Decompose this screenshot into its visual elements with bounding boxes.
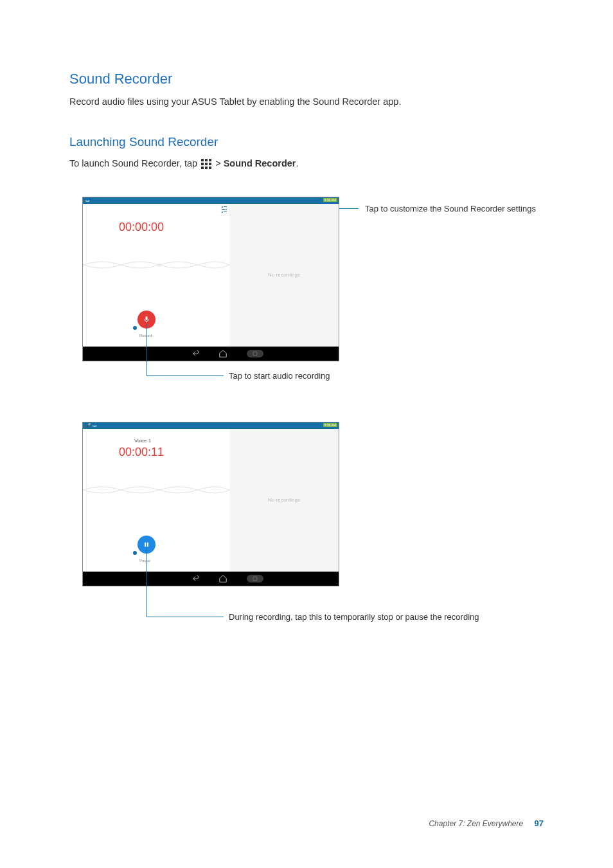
callout-line-record-h xyxy=(147,375,224,376)
callout-line-pause-h xyxy=(147,617,224,617)
intro-text: Record audio files using your ASUS Table… xyxy=(69,95,544,109)
footer-page-number: 97 xyxy=(535,818,544,828)
status-left-icons: ▭ xyxy=(85,198,90,203)
callout-line-pause-v xyxy=(147,549,147,617)
svg-rect-0 xyxy=(253,352,257,356)
android-nav-bar xyxy=(83,347,339,361)
nav-home-button-2[interactable] xyxy=(218,574,227,583)
figure-1: ▭ 9:36 AM 00:00:00 xyxy=(69,197,544,396)
record-button-label: Record xyxy=(139,334,152,338)
svg-rect-3 xyxy=(253,577,257,581)
nav-recent-button-2[interactable] xyxy=(247,575,263,583)
status-bar-2: 🎤 ▭ 9:38 AM xyxy=(83,422,339,429)
settings-icon[interactable] xyxy=(220,206,227,213)
launch-instruction: To launch Sound Recorder, tap > Sound Re… xyxy=(69,157,544,171)
svg-rect-2 xyxy=(147,542,148,547)
callout-pause: During recording, tap this to temporaril… xyxy=(229,611,550,623)
nav-home-button[interactable] xyxy=(218,349,227,358)
figure-2: 🎤 ▭ 9:38 AM Voice 1 00:00:11 xyxy=(69,422,544,647)
svg-rect-1 xyxy=(145,542,146,547)
status-bar: ▭ 9:36 AM xyxy=(83,197,339,204)
launch-appname: Sound Recorder xyxy=(224,158,296,168)
callout-record: Tap to start audio recording xyxy=(229,370,330,382)
page-footer: Chapter 7: Zen Everywhere 97 xyxy=(0,818,544,828)
heading-launching: Launching Sound Recorder xyxy=(69,135,544,149)
footer-chapter: Chapter 7: Zen Everywhere xyxy=(429,819,523,828)
nav-back-button-2[interactable] xyxy=(190,574,199,583)
launch-pre: To launch Sound Recorder, tap xyxy=(69,158,200,168)
callout-settings: Tap to customize the Sound Recorder sett… xyxy=(365,203,545,215)
status-time-badge-2: 9:38 AM xyxy=(323,423,337,427)
recording-name-label: Voice 1 xyxy=(83,438,229,444)
status-time-badge: 9:36 AM xyxy=(323,198,337,202)
pause-indicator-dot xyxy=(133,551,137,555)
timer-display-2: 00:00:11 xyxy=(83,446,229,459)
launch-end: . xyxy=(296,158,298,168)
record-indicator-dot xyxy=(133,326,137,330)
recordings-list-pane-2: No recordings xyxy=(229,429,339,572)
callout-line-settings xyxy=(339,208,359,209)
waveform-2 xyxy=(83,480,229,500)
launch-gt: > xyxy=(213,158,224,168)
timer-display: 00:00:00 xyxy=(83,221,229,234)
pause-button-label: Pause xyxy=(139,559,150,563)
recordings-list-pane: No recordings xyxy=(229,204,339,347)
android-nav-bar-2 xyxy=(83,572,339,586)
no-recordings-text-2: No recordings xyxy=(268,497,300,503)
no-recordings-text: No recordings xyxy=(268,272,300,278)
tablet-screenshot-1: ▭ 9:36 AM 00:00:00 xyxy=(82,197,339,361)
recorder-main-pane-2: Voice 1 00:00:11 Pause xyxy=(83,429,229,572)
status-left-icons-2: 🎤 ▭ xyxy=(85,423,97,428)
nav-recent-button[interactable] xyxy=(247,350,263,357)
tablet-screenshot-2: 🎤 ▭ 9:38 AM Voice 1 00:00:11 xyxy=(82,422,339,586)
nav-back-button[interactable] xyxy=(190,349,199,358)
recorder-main-pane: 00:00:00 Record xyxy=(83,204,229,347)
callout-line-record-v xyxy=(147,324,147,375)
apps-grid-icon xyxy=(201,159,211,169)
waveform xyxy=(83,255,229,275)
heading-sound-recorder: Sound Recorder xyxy=(69,71,544,87)
